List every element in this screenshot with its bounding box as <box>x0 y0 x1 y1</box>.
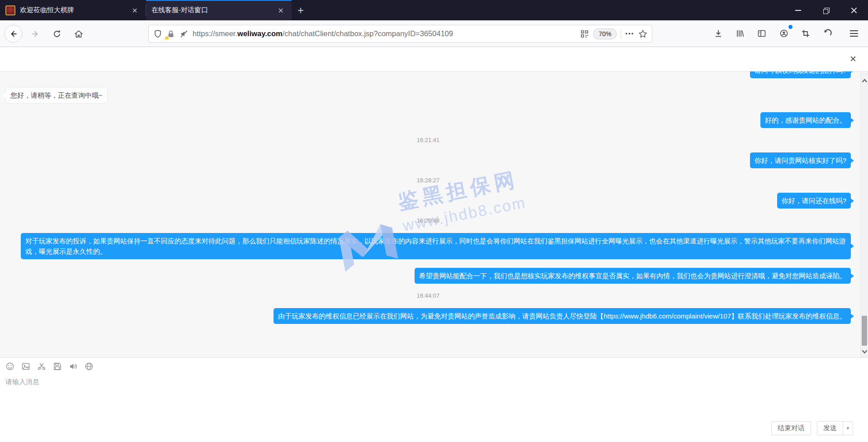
close-window-button[interactable] <box>840 0 868 20</box>
minimize-button[interactable] <box>784 0 812 20</box>
tab-hengda-qipai[interactable]: 欢迎莅临恒大棋牌 × <box>0 0 146 20</box>
speaker-icon[interactable] <box>69 362 78 371</box>
url-text[interactable]: https://smeer.weliway.com/chat/chatClien… <box>193 29 576 38</box>
tab-title: 欢迎莅临恒大棋牌 <box>20 6 125 14</box>
message-bubble-outgoing: 对于玩家发布的投诉，如果贵网站保持一直不回应的态度来对待此问题，那么我们只能相信… <box>21 233 851 259</box>
tab-favicon <box>5 5 15 15</box>
message-bubble-incoming: 您好，请稍等，正在查询中哦~ <box>5 87 108 104</box>
forward-arrow-icon <box>31 29 40 38</box>
message-bubble-outgoing: 你好，请问贵网站核实好了吗? <box>750 152 851 168</box>
end-conversation-button[interactable]: 结束对话 <box>771 421 811 435</box>
account-notification-dot <box>788 25 793 29</box>
reload-icon <box>52 29 61 38</box>
sidebar-button[interactable] <box>755 26 769 41</box>
qr-code-icon[interactable] <box>580 29 589 38</box>
scissors-icon[interactable] <box>37 362 46 371</box>
bookmark-star-icon[interactable] <box>638 29 647 38</box>
timestamp: 16:28:27 <box>417 177 440 184</box>
screenshot-button[interactable] <box>798 26 813 41</box>
menu-button[interactable] <box>847 26 861 41</box>
composer-buttons: 结束对话 发送 ▾ <box>771 421 853 435</box>
sidebar-icon <box>757 29 766 38</box>
scrollbar-thumb[interactable] <box>862 316 867 346</box>
composer: 请输入消息 结束对话 发送 ▾ <box>0 357 868 442</box>
download-icon <box>714 29 723 38</box>
shield-icon <box>153 29 162 38</box>
tab-bar: 欢迎莅临恒大棋牌 × 在线客服-对话窗口 × + <box>0 0 868 20</box>
globe-icon[interactable] <box>85 362 94 371</box>
send-button[interactable]: 发送 <box>817 421 843 435</box>
back-arrow-icon <box>9 29 18 38</box>
new-tab-button[interactable]: + <box>292 0 310 20</box>
download-button[interactable] <box>711 26 726 41</box>
timestamp: 16:21:41 <box>417 137 440 144</box>
blocked-media-icon[interactable] <box>179 29 189 38</box>
restore-icon <box>823 8 829 13</box>
tab-title: 在线客服-对话窗口 <box>151 6 271 14</box>
message-input[interactable]: 请输入消息 <box>5 378 868 386</box>
chat-scrollbar[interactable] <box>860 71 868 357</box>
account-icon <box>779 29 788 38</box>
zoom-level-badge[interactable]: 70% <box>593 29 617 39</box>
tab-close-icon[interactable]: × <box>275 6 286 15</box>
send-options-caret[interactable]: ▾ <box>843 421 853 435</box>
scroll-down-icon[interactable] <box>862 350 868 354</box>
home-button[interactable] <box>71 27 86 41</box>
message-bubble-outgoing: 好的，感谢贵网站的配合。 <box>760 112 851 128</box>
crop-icon <box>801 29 810 38</box>
page-actions-icon[interactable]: ••• <box>625 30 634 37</box>
url-separator <box>621 29 621 39</box>
image-icon[interactable] <box>21 362 30 371</box>
timestamp: 16:44:07 <box>417 292 440 299</box>
chat-close-button[interactable]: × <box>850 53 856 64</box>
close-icon <box>851 7 857 14</box>
message-list[interactable]: 请问可以收到我发送的图片吗?您好，请稍等，正在查询中哦~好的，感谢贵网站的配合。… <box>0 71 860 357</box>
mixed-content-warning-icon <box>165 35 169 39</box>
chat-area: 请问可以收到我发送的图片吗?您好，请稍等，正在查询中哦~好的，感谢贵网站的配合。… <box>0 71 868 357</box>
send-button-group: 发送 ▾ <box>817 421 853 435</box>
home-icon <box>74 29 83 38</box>
tab-chat-window[interactable]: 在线客服-对话窗口 × <box>146 0 292 20</box>
browser-window: 欢迎莅临恒大棋牌 × 在线客服-对话窗口 × + <box>0 0 868 442</box>
undo-arrow-icon <box>823 29 832 38</box>
library-button[interactable] <box>733 26 747 41</box>
message-bubble-outgoing: 你好，请问还在线吗? <box>777 193 851 209</box>
hamburger-icon <box>850 30 858 37</box>
library-icon <box>736 29 745 38</box>
restore-button[interactable] <box>812 0 840 20</box>
undo-button[interactable] <box>820 26 835 41</box>
tab-close-icon[interactable]: × <box>129 6 140 15</box>
message-bubble-outgoing: 希望贵网站能配合一下，我们也是想核实玩家发布的维权事宜是否属实，如果有内情，我们… <box>415 268 851 284</box>
chat-page-header: × <box>0 47 868 71</box>
message-bubble-outgoing: 由于玩家发布的维权信息已经展示在我们网站，为避免对贵网站的声誉造成影响，请贵网站… <box>274 308 851 324</box>
url-bar[interactable]: https://smeer.weliway.com/chat/chatClien… <box>148 25 652 43</box>
account-button[interactable] <box>777 26 791 41</box>
timestamp: 16:29:48 <box>417 217 440 224</box>
message-bubble-outgoing: 请问可以收到我发送的图片吗? <box>750 71 851 78</box>
reload-button[interactable] <box>50 27 64 41</box>
composer-toolbar <box>0 358 868 371</box>
emoji-icon[interactable] <box>5 362 14 371</box>
minimize-icon <box>795 10 801 11</box>
scroll-up-icon[interactable] <box>862 79 868 83</box>
nav-toolbar: https://smeer.weliway.com/chat/chatClien… <box>0 20 868 47</box>
back-button[interactable] <box>5 25 22 43</box>
lock-warning-icon[interactable] <box>166 29 175 38</box>
window-controls <box>784 0 868 20</box>
save-icon[interactable] <box>53 362 62 371</box>
forward-button[interactable] <box>28 27 42 41</box>
